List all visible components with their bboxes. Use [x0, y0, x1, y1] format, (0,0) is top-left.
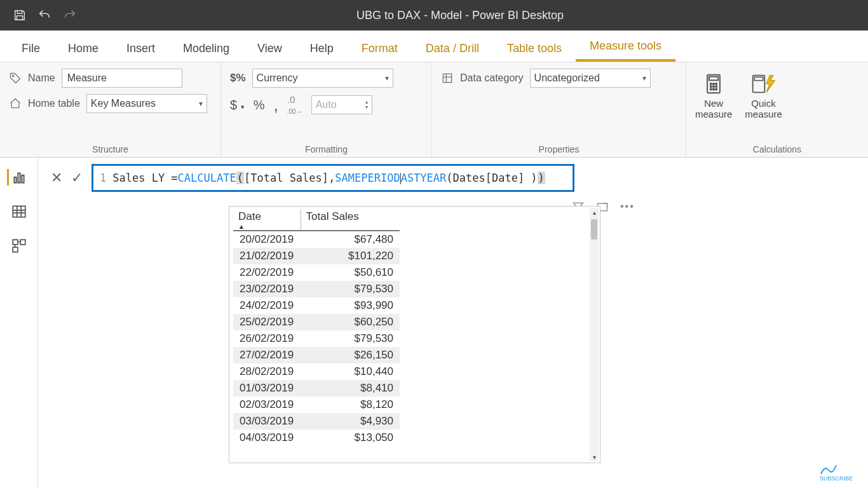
tab-modeling[interactable]: Modeling	[169, 34, 243, 62]
cell-date: 26/02/2019	[233, 330, 301, 347]
svg-rect-18	[22, 175, 24, 183]
svg-rect-2	[443, 74, 451, 82]
quick-measure-button[interactable]: Quick measure	[745, 72, 782, 119]
left-view-rail	[0, 158, 38, 488]
save-icon[interactable]	[13, 8, 27, 22]
cell-total-sales: $79,530	[301, 281, 400, 297]
format-select[interactable]: Currency ▾	[252, 69, 393, 88]
cell-total-sales: $101,220	[301, 248, 400, 264]
format-icon: $%	[230, 72, 246, 85]
cell-date: 01/03/2019	[233, 380, 301, 396]
tab-view[interactable]: View	[243, 34, 296, 62]
table-row[interactable]: 28/02/2019$10,440	[233, 363, 400, 380]
svg-point-9	[713, 86, 714, 87]
column-header-total-sales[interactable]: Total Sales ▲	[301, 209, 400, 231]
scroll-thumb[interactable]	[591, 219, 597, 240]
calculator-icon	[701, 72, 726, 95]
tab-table-tools[interactable]: Table tools	[493, 34, 576, 62]
chevron-down-icon: ▾	[199, 99, 203, 108]
redo-icon[interactable]	[62, 8, 78, 22]
table-row[interactable]: 03/03/2019$4,930	[233, 413, 400, 430]
scroll-up-icon[interactable]: ▴	[590, 208, 599, 217]
data-view-icon[interactable]	[11, 203, 27, 220]
svg-rect-17	[18, 173, 20, 183]
svg-rect-22	[13, 247, 18, 252]
group-label-calculations: Calculations	[695, 144, 859, 156]
currency-button[interactable]: $ ▾	[230, 98, 245, 112]
cell-date: 02/03/2019	[233, 396, 301, 413]
formula-editor[interactable]: 1 Sales LY = CALCULATE ( [Total Sales], …	[92, 164, 574, 192]
quick-measure-label: Quick measure	[745, 98, 782, 119]
ribbon-tabs: File Home Insert Modeling View Help Form…	[0, 30, 868, 62]
table-row[interactable]: 01/03/2019$8,410	[233, 380, 400, 396]
new-measure-label: New measure	[695, 98, 732, 119]
column-header-date[interactable]: Date ▲	[233, 209, 301, 231]
percent-button[interactable]: %	[254, 98, 265, 112]
data-category-value: Uncategorized	[534, 72, 600, 84]
svg-rect-19	[13, 206, 25, 217]
auto-label: Auto	[316, 99, 337, 111]
titlebar: UBG to DAX - Model - Power BI Desktop	[0, 0, 868, 30]
table-visual[interactable]: Date ▲ Total Sales ▲ 20/02/2019$67,48021…	[229, 206, 600, 463]
table-row[interactable]: 02/03/2019$8,120	[233, 396, 400, 413]
svg-rect-20	[13, 240, 18, 245]
subscribe-badge: SUBSCRIBE	[820, 464, 853, 482]
table-row[interactable]: 04/03/2019$13,050	[233, 430, 400, 446]
new-measure-button[interactable]: New measure	[695, 72, 732, 119]
svg-rect-4	[709, 77, 718, 81]
cell-total-sales: $10,440	[301, 363, 400, 380]
table-row[interactable]: 24/02/2019$93,990	[233, 297, 400, 314]
measure-name-input[interactable]	[62, 69, 182, 88]
scrollbar[interactable]: ▴ ▾	[590, 208, 599, 461]
cell-date: 04/03/2019	[233, 430, 301, 446]
ribbon-group-calculations: New measure Quick measure Calculations	[686, 62, 868, 157]
table-row[interactable]: 23/02/2019$79,530	[233, 281, 400, 297]
formula-arg2: Dates[Date] )	[453, 172, 538, 184]
formula-sameperiod-a: SAMEPERIOD	[335, 172, 400, 184]
report-view-icon[interactable]	[7, 169, 27, 186]
table-row[interactable]: 25/02/2019$60,250	[233, 314, 400, 330]
cancel-formula-icon[interactable]: ✕	[51, 170, 62, 186]
table-row[interactable]: 22/02/2019$50,610	[233, 264, 400, 281]
decimal-button[interactable]: .0.00→	[287, 94, 302, 116]
scroll-down-icon[interactable]: ▾	[590, 452, 599, 461]
chevron-down-icon: ▾	[642, 74, 646, 83]
table-row[interactable]: 27/02/2019$26,150	[233, 347, 400, 363]
tab-home[interactable]: Home	[54, 34, 112, 62]
cell-total-sales: $26,150	[301, 347, 400, 363]
svg-point-11	[710, 88, 712, 90]
table-row[interactable]: 20/02/2019$67,480	[233, 231, 400, 248]
svg-point-8	[710, 86, 712, 87]
cell-total-sales: $8,410	[301, 380, 400, 396]
data-category-label: Data category	[460, 72, 524, 84]
model-view-icon[interactable]	[11, 238, 27, 254]
report-canvas[interactable]: ••• Date ▲ Total Sales ▲	[38, 200, 868, 488]
home-table-select[interactable]: Key Measures ▾	[86, 94, 207, 113]
tab-measure-tools[interactable]: Measure tools	[576, 32, 675, 62]
undo-icon[interactable]	[37, 8, 52, 22]
tab-data-drill[interactable]: Data / Drill	[412, 34, 493, 62]
tab-format[interactable]: Format	[348, 34, 412, 62]
more-options-icon[interactable]: •••	[620, 201, 635, 214]
thousands-button[interactable]: ,	[273, 95, 278, 115]
cell-total-sales: $79,530	[301, 330, 400, 347]
cell-total-sales: $50,610	[301, 264, 400, 281]
svg-point-7	[715, 83, 717, 85]
ribbon-content: Name Home table Key Measures ▾ Structure…	[0, 62, 868, 158]
work-area: ✕ ✓ 1 Sales LY = CALCULATE ( [Total Sale…	[0, 158, 868, 488]
tab-insert[interactable]: Insert	[112, 34, 169, 62]
canvas-column: ✕ ✓ 1 Sales LY = CALCULATE ( [Total Sale…	[38, 158, 868, 488]
decimal-places-stepper[interactable]: Auto ▴▾	[311, 95, 372, 114]
table-row[interactable]: 21/02/2019$101,220	[233, 248, 400, 264]
sort-asc-icon: ▲	[238, 223, 295, 230]
commit-formula-icon[interactable]: ✓	[71, 170, 83, 186]
formula-lhs: Sales LY =	[112, 172, 177, 184]
group-label-formatting: Formatting	[230, 144, 423, 156]
tag-icon	[9, 72, 22, 85]
ribbon-group-structure: Name Home table Key Measures ▾ Structure	[0, 62, 221, 157]
tab-help[interactable]: Help	[296, 34, 348, 62]
formula-paren: (	[236, 172, 244, 184]
data-category-select[interactable]: Uncategorized ▾	[530, 69, 651, 88]
tab-file[interactable]: File	[8, 34, 54, 62]
table-row[interactable]: 26/02/2019$79,530	[233, 330, 400, 347]
